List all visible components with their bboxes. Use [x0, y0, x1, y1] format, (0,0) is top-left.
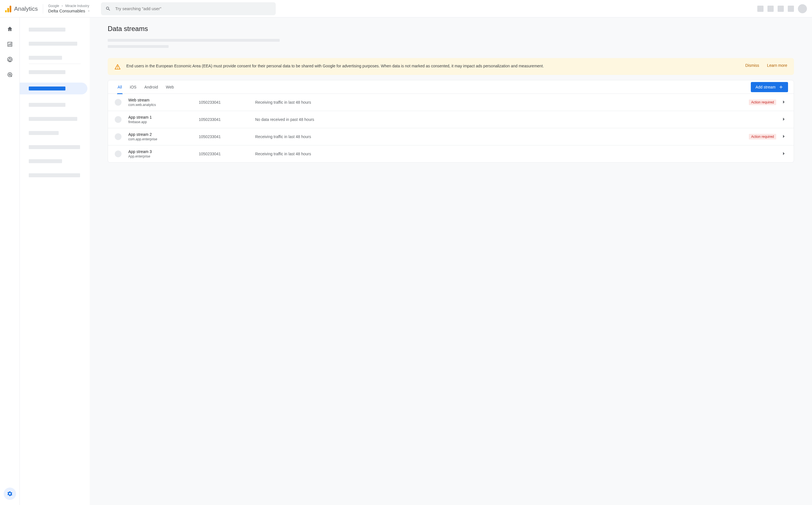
- data-streams-card: All iOS Android Web Add stream Web strea…: [108, 80, 794, 163]
- nav-placeholder[interactable]: [20, 54, 90, 61]
- stream-id: 1050233041: [199, 152, 255, 156]
- open-stream-chevron[interactable]: [781, 133, 787, 140]
- stream-identifier: com.web.analyitcs: [128, 103, 199, 107]
- open-stream-chevron[interactable]: [781, 99, 787, 106]
- nav-placeholder[interactable]: [20, 172, 90, 179]
- stream-row[interactable]: App stream 3 App.enterprise 1050233041 R…: [108, 145, 794, 162]
- stream-name: App stream 1: [128, 115, 199, 120]
- stream-type-icon: [115, 116, 122, 123]
- header-divider: [43, 4, 43, 13]
- app-header: Analytics Google Miracle Industry Delta …: [0, 0, 812, 17]
- header-action-placeholder[interactable]: [768, 6, 774, 12]
- stream-row[interactable]: App stream 2 com.app.enterprise 10502330…: [108, 128, 794, 145]
- open-stream-chevron[interactable]: [781, 116, 787, 123]
- nav-placeholder[interactable]: [20, 40, 90, 47]
- svg-rect-1: [10, 43, 10, 45]
- admin-side-nav: [20, 17, 90, 505]
- nav-placeholder[interactable]: [20, 129, 90, 137]
- stream-name: App stream 3: [128, 149, 199, 154]
- advertising-icon[interactable]: [7, 71, 13, 78]
- stream-status: Receiving traffic in last 48 hours: [255, 100, 749, 105]
- add-stream-label: Add stream: [755, 85, 776, 89]
- svg-rect-6: [117, 66, 118, 67]
- plus-icon: [779, 85, 784, 90]
- nav-placeholder[interactable]: [20, 26, 90, 33]
- header-actions: [757, 4, 807, 13]
- chevron-right-icon: [781, 133, 787, 140]
- property-name: Delta Consumables: [48, 8, 85, 13]
- nav-item-active[interactable]: [20, 82, 88, 95]
- header-action-placeholder[interactable]: [757, 6, 764, 12]
- svg-point-5: [9, 74, 11, 75]
- stream-type-icon: [115, 99, 122, 106]
- breadcrumb: Google Miracle Industry: [48, 4, 90, 8]
- avatar[interactable]: [798, 4, 807, 13]
- open-stream-chevron[interactable]: [781, 151, 787, 158]
- tab-web[interactable]: Web: [162, 80, 178, 94]
- tab-ios[interactable]: iOS: [126, 80, 140, 94]
- search-field[interactable]: [101, 2, 276, 15]
- svg-rect-7: [117, 68, 118, 69]
- search-icon: [106, 6, 111, 12]
- search-wrap: [101, 2, 276, 15]
- svg-rect-0: [8, 44, 9, 46]
- warning-icon: [115, 64, 121, 70]
- action-required-tag: Action required: [749, 100, 776, 105]
- breadcrumb-account: Miracle Industry: [65, 4, 89, 8]
- chevron-right-icon: [781, 99, 787, 105]
- nav-placeholder[interactable]: [20, 143, 90, 151]
- banner-text: End users in the European Economic Area …: [126, 63, 739, 69]
- admin-button[interactable]: [4, 488, 16, 500]
- subtitle-placeholder: [108, 39, 280, 42]
- main-content: Data streams End users in the European E…: [90, 17, 812, 505]
- stream-id: 1050233041: [199, 100, 255, 105]
- learn-more-link[interactable]: Learn more: [767, 63, 787, 67]
- dismiss-link[interactable]: Dismiss: [745, 63, 759, 67]
- consent-banner: End users in the European Economic Area …: [108, 58, 794, 75]
- caret-down-icon: [88, 10, 90, 12]
- stream-identifier: firebase.app: [128, 120, 199, 124]
- explore-icon[interactable]: [7, 56, 13, 62]
- stream-id: 1050233041: [199, 134, 255, 139]
- nav-placeholder[interactable]: [20, 158, 90, 165]
- home-icon[interactable]: [7, 26, 13, 32]
- header-action-placeholder[interactable]: [788, 6, 794, 12]
- add-stream-button[interactable]: Add stream: [751, 82, 788, 92]
- search-input[interactable]: [115, 6, 271, 11]
- streams-list: Web stream com.web.analyitcs 1050233041 …: [108, 94, 794, 162]
- property-selector[interactable]: Delta Consumables: [48, 8, 90, 13]
- stream-row[interactable]: App stream 1 firebase.app 1050233041 No …: [108, 111, 794, 128]
- stream-type-icon: [115, 133, 122, 140]
- nav-placeholder[interactable]: [20, 68, 90, 76]
- property-picker[interactable]: Google Miracle Industry Delta Consumable…: [48, 4, 90, 13]
- breadcrumb-org: Google: [48, 4, 59, 8]
- stream-tabs: All iOS Android Web Add stream: [108, 80, 794, 94]
- nav-divider: [29, 64, 81, 64]
- reports-icon[interactable]: [7, 41, 13, 47]
- tab-all[interactable]: All: [114, 80, 126, 94]
- stream-name: App stream 2: [128, 132, 199, 137]
- stream-status: No data received in past 48 hours: [255, 117, 749, 122]
- nav-placeholder[interactable]: [20, 115, 90, 123]
- nav-rail: [0, 17, 20, 505]
- stream-name: Web stream: [128, 98, 199, 102]
- stream-status: Receiving traffic in last 48 hours: [255, 152, 749, 156]
- chevron-right-icon: [61, 5, 64, 7]
- chevron-right-icon: [781, 116, 787, 122]
- nav-placeholder[interactable]: [20, 101, 90, 109]
- action-required-tag: Action required: [749, 134, 776, 140]
- product-name: Analytics: [14, 5, 38, 12]
- analytics-logo-icon: [5, 5, 11, 12]
- header-action-placeholder[interactable]: [778, 6, 784, 12]
- gear-icon: [7, 491, 13, 497]
- stream-status: Receiving traffic in last 48 hours: [255, 134, 749, 139]
- tab-android[interactable]: Android: [140, 80, 162, 94]
- product-logo-block: Analytics: [5, 5, 38, 12]
- subtitle-placeholder: [108, 45, 169, 48]
- chevron-right-icon: [781, 151, 787, 157]
- page-title: Data streams: [108, 25, 794, 33]
- stream-type-icon: [115, 151, 122, 157]
- stream-identifier: com.app.enterprise: [128, 137, 199, 141]
- stream-identifier: App.enterprise: [128, 154, 199, 158]
- stream-row[interactable]: Web stream com.web.analyitcs 1050233041 …: [108, 94, 794, 111]
